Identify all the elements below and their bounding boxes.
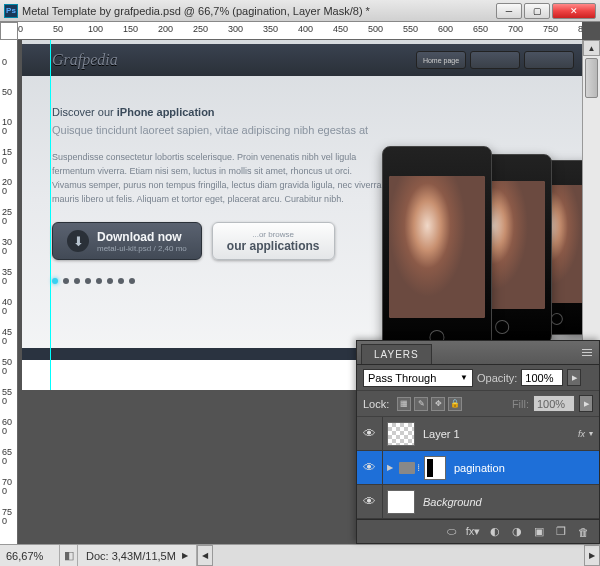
fill-flyout-arrow[interactable]: ▶ — [579, 395, 593, 412]
layer-row-selected[interactable]: 👁 ▶ ⁞ pagination — [357, 451, 599, 485]
lock-pixels-icon[interactable]: ✎ — [414, 397, 428, 411]
ruler-tick: 150 — [123, 24, 138, 34]
ruler-tick: 150 — [2, 148, 12, 166]
adjustment-layer-icon[interactable]: ◑ — [507, 524, 527, 540]
mockup-content: Grafpedia Home page Discover our iPhone … — [22, 40, 582, 360]
mockup-header: Grafpedia Home page — [22, 44, 582, 76]
layer-row[interactable]: 👁 Layer 1 fx ▾ — [357, 417, 599, 451]
apps-bottom: our applications — [227, 239, 320, 253]
mask-thumbnail[interactable] — [424, 456, 446, 480]
fill-label: Fill: — [512, 398, 529, 410]
lock-all-icon[interactable]: 🔒 — [448, 397, 462, 411]
layer-style-icon[interactable]: fx▾ — [463, 524, 483, 540]
ruler-tick: 750 — [543, 24, 558, 34]
layer-row[interactable]: 👁 Background — [357, 485, 599, 519]
fx-badge[interactable]: fx — [578, 429, 585, 439]
layer-mask-icon[interactable]: ◐ — [485, 524, 505, 540]
ruler-tick: 300 — [2, 238, 12, 256]
scroll-up-arrow[interactable]: ▲ — [583, 40, 600, 56]
minimize-button[interactable]: ─ — [496, 3, 522, 19]
layer-list: 👁 Layer 1 fx ▾ 👁 ▶ ⁞ pagination 👁 Backgr… — [357, 417, 599, 519]
lock-transparency-icon[interactable]: ▦ — [397, 397, 411, 411]
maximize-button[interactable]: ▢ — [524, 3, 550, 19]
scroll-left-arrow[interactable]: ◀ — [197, 545, 213, 566]
new-group-icon[interactable]: ▣ — [529, 524, 549, 540]
download-button: ⬇ Download nowmetal-ui-kit.psd / 2,40 mo — [52, 222, 202, 260]
visibility-toggle-icon[interactable]: 👁 — [357, 417, 383, 450]
pagination-dot — [52, 278, 58, 284]
vertical-ruler[interactable]: 5005010015020025030035040045050055060065… — [0, 40, 18, 544]
fx-expand-arrow[interactable]: ▾ — [589, 429, 593, 438]
ruler-tick: 550 — [2, 388, 12, 406]
ruler-tick: 250 — [193, 24, 208, 34]
ruler-tick: 350 — [2, 268, 12, 286]
layer-name[interactable]: Layer 1 — [423, 428, 578, 440]
phone-icon — [382, 146, 492, 356]
ruler-tick: 100 — [2, 118, 12, 136]
expand-arrow-icon[interactable]: ▶ — [387, 463, 393, 472]
opacity-flyout-arrow[interactable]: ▶ — [567, 369, 581, 386]
link-layers-icon[interactable] — [441, 524, 461, 540]
ruler-tick: 300 — [228, 24, 243, 34]
visibility-toggle-icon[interactable]: 👁 — [357, 485, 383, 518]
opacity-input[interactable]: 100% — [521, 369, 563, 386]
new-layer-icon[interactable]: ❐ — [551, 524, 571, 540]
panel-menu-icon[interactable] — [579, 345, 595, 359]
ruler-tick: 750 — [2, 508, 12, 526]
ruler-tick: 0 — [2, 58, 12, 67]
document-info[interactable]: Doc: 3,43M/11,5M▶ — [78, 545, 197, 566]
ruler-tick: 500 — [368, 24, 383, 34]
apps-top: ...or browse — [252, 230, 294, 239]
mask-link-icon[interactable]: ⁞ — [417, 462, 420, 473]
horizontal-scrollbar[interactable]: ◀ ▶ — [197, 545, 600, 566]
pagination-dot — [74, 278, 80, 284]
guide-line[interactable] — [50, 40, 51, 390]
lock-buttons: ▦ ✎ ✥ 🔒 — [397, 397, 462, 411]
window-titlebar: Ps Metal Template by grafpedia.psd @ 66,… — [0, 0, 600, 22]
phone-illustrations — [342, 136, 582, 360]
scroll-thumb[interactable] — [585, 58, 598, 98]
close-button[interactable]: ✕ — [552, 3, 596, 19]
visibility-toggle-icon[interactable]: 👁 — [357, 451, 383, 484]
pagination-dot — [63, 278, 69, 284]
ruler-tick: 700 — [508, 24, 523, 34]
horizontal-ruler[interactable]: 0501001502002503003504004505005506006507… — [18, 22, 582, 40]
ruler-tick: 200 — [158, 24, 173, 34]
blend-mode-dropdown[interactable]: Pass Through▼ — [363, 369, 473, 387]
fill-input[interactable]: 100% — [533, 395, 575, 412]
delete-layer-icon[interactable]: 🗑 — [573, 524, 593, 540]
layer-name[interactable]: Background — [423, 496, 599, 508]
hero-subtitle: Quisque tincidunt laoreet sapien, vitae … — [52, 124, 552, 136]
pagination-dot — [129, 278, 135, 284]
zoom-level-input[interactable]: 66,67% — [0, 545, 60, 566]
pagination-dot — [96, 278, 102, 284]
ruler-tick: 650 — [473, 24, 488, 34]
download-icon: ⬇ — [67, 230, 89, 252]
scroll-right-arrow[interactable]: ▶ — [584, 545, 600, 566]
document-canvas[interactable]: Grafpedia Home page Discover our iPhone … — [22, 40, 582, 390]
nav-button — [524, 51, 574, 69]
ruler-tick: 50 — [2, 88, 12, 97]
applications-button: ...or browse our applications — [212, 222, 335, 260]
status-icon[interactable]: ◧ — [60, 545, 78, 566]
ruler-origin[interactable] — [0, 22, 18, 40]
lock-label: Lock: — [363, 398, 389, 410]
layer-thumbnail[interactable] — [387, 490, 415, 514]
ruler-tick: 400 — [2, 298, 12, 316]
lock-position-icon[interactable]: ✥ — [431, 397, 445, 411]
layers-panel[interactable]: LAYERS Pass Through▼ Opacity: 100% ▶ Loc… — [356, 340, 600, 544]
layer-name[interactable]: pagination — [454, 462, 599, 474]
pagination-dot — [118, 278, 124, 284]
ruler-tick: 350 — [263, 24, 278, 34]
mockup-hero: Discover our iPhone application Quisque … — [22, 76, 582, 302]
ruler-tick: 650 — [2, 448, 12, 466]
ruler-tick: 400 — [298, 24, 313, 34]
layer-thumbnail[interactable] — [387, 422, 415, 446]
download-sub: metal-ui-kit.psd / 2,40 mo — [97, 244, 187, 253]
layers-tab[interactable]: LAYERS — [361, 344, 432, 364]
mockup-logo: Grafpedia — [52, 51, 118, 69]
nav-button — [470, 51, 520, 69]
download-title: Download now — [97, 230, 187, 244]
status-bar: 66,67% ◧ Doc: 3,43M/11,5M▶ ◀ ▶ — [0, 544, 600, 566]
pagination-dot — [85, 278, 91, 284]
